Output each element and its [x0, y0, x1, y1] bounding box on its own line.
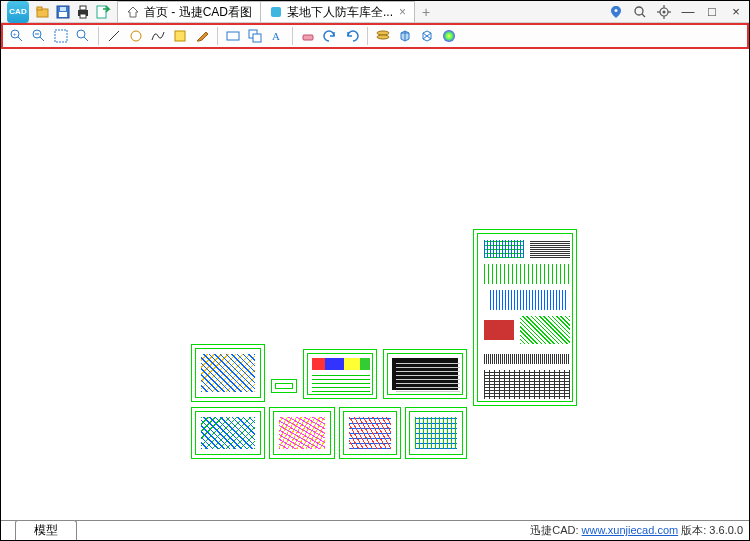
svg-text:+: + — [13, 31, 17, 37]
text-icon[interactable]: A — [267, 26, 287, 46]
footer-version: 3.6.0.0 — [709, 524, 743, 536]
svg-point-29 — [131, 31, 141, 41]
tab-home[interactable]: 首页 - 迅捷CAD看图 — [117, 1, 261, 22]
redo-icon[interactable] — [342, 26, 362, 46]
save-icon[interactable] — [54, 3, 72, 21]
wire3d-icon[interactable] — [417, 26, 437, 46]
footer-text: 迅捷CAD: www.xunjiecad.com 版本: 3.6.0.0 — [530, 523, 743, 538]
svg-rect-25 — [55, 30, 67, 42]
svg-point-11 — [635, 7, 643, 15]
brush-icon[interactable] — [192, 26, 212, 46]
svg-point-14 — [663, 10, 666, 13]
svg-point-37 — [377, 35, 389, 39]
svg-rect-9 — [271, 7, 281, 17]
separator — [367, 27, 368, 45]
highlight-icon[interactable] — [170, 26, 190, 46]
rect-icon[interactable] — [223, 26, 243, 46]
circle-icon[interactable] — [126, 26, 146, 46]
svg-text:A: A — [272, 30, 280, 42]
titlebar: CAD 首页 - 迅捷CAD看图 某地下人防车库全... × + — [1, 1, 749, 23]
locate-icon[interactable] — [607, 3, 625, 21]
window-controls: — □ × — [607, 3, 745, 21]
tab-file[interactable]: 某地下人防车库全... × — [260, 1, 415, 22]
tab-strip: 首页 - 迅捷CAD看图 某地下人防车库全... × + — [117, 1, 438, 22]
line-icon[interactable] — [104, 26, 124, 46]
svg-rect-4 — [60, 7, 66, 11]
footer-version-label: 版本: — [681, 524, 706, 536]
svg-rect-31 — [227, 32, 239, 40]
svg-point-10 — [615, 9, 618, 12]
erase-icon[interactable] — [298, 26, 318, 46]
layer-icon[interactable] — [373, 26, 393, 46]
svg-rect-1 — [37, 7, 42, 10]
new-tab-button[interactable]: + — [414, 1, 438, 22]
separator — [292, 27, 293, 45]
footer-link[interactable]: www.xunjiecad.com — [582, 524, 679, 536]
separator — [217, 27, 218, 45]
zoom-extents-icon[interactable] — [51, 26, 71, 46]
copy-icon[interactable] — [245, 26, 265, 46]
maximize-button[interactable]: □ — [703, 3, 721, 21]
svg-line-12 — [642, 14, 645, 17]
svg-rect-6 — [80, 6, 86, 10]
spline-icon[interactable] — [148, 26, 168, 46]
svg-rect-33 — [253, 34, 261, 42]
svg-line-23 — [40, 37, 44, 41]
zoom-out-icon[interactable] — [29, 26, 49, 46]
svg-rect-7 — [80, 14, 86, 18]
undo-icon[interactable] — [320, 26, 340, 46]
separator — [98, 27, 99, 45]
doc-icon — [269, 5, 283, 19]
footer-brand: 迅捷CAD: — [530, 524, 578, 536]
close-button[interactable]: × — [727, 3, 745, 21]
bottom-bar: 模型 迅捷CAD: www.xunjiecad.com 版本: 3.6.0.0 — [1, 520, 749, 540]
svg-line-20 — [18, 37, 22, 41]
zoom-icon[interactable] — [631, 3, 649, 21]
color-icon[interactable] — [439, 26, 459, 46]
model-tab[interactable]: 模型 — [15, 520, 77, 541]
cad-drawing — [191, 229, 591, 464]
svg-rect-30 — [175, 31, 185, 41]
drawing-canvas[interactable] — [1, 49, 749, 520]
tab-close-button[interactable]: × — [399, 5, 406, 19]
gear-icon[interactable] — [655, 3, 673, 21]
svg-rect-35 — [303, 35, 313, 40]
app-logo: CAD — [7, 1, 29, 23]
svg-point-36 — [377, 31, 389, 35]
svg-rect-8 — [97, 6, 106, 18]
minimize-button[interactable]: — — [679, 3, 697, 21]
box3d-icon[interactable] — [395, 26, 415, 46]
svg-point-26 — [77, 30, 85, 38]
home-icon — [126, 5, 140, 19]
svg-line-28 — [109, 31, 119, 41]
zoom-window-icon[interactable]: + — [7, 26, 27, 46]
export-icon[interactable] — [94, 3, 112, 21]
svg-rect-3 — [59, 12, 67, 17]
tab-file-label: 某地下人防车库全... — [287, 4, 393, 21]
tab-home-label: 首页 - 迅捷CAD看图 — [144, 4, 252, 21]
print-icon[interactable] — [74, 3, 92, 21]
svg-point-40 — [443, 30, 455, 42]
pan-icon[interactable] — [73, 26, 93, 46]
toolbar: + A — [1, 23, 749, 49]
svg-line-27 — [84, 37, 88, 41]
open-icon[interactable] — [34, 3, 52, 21]
